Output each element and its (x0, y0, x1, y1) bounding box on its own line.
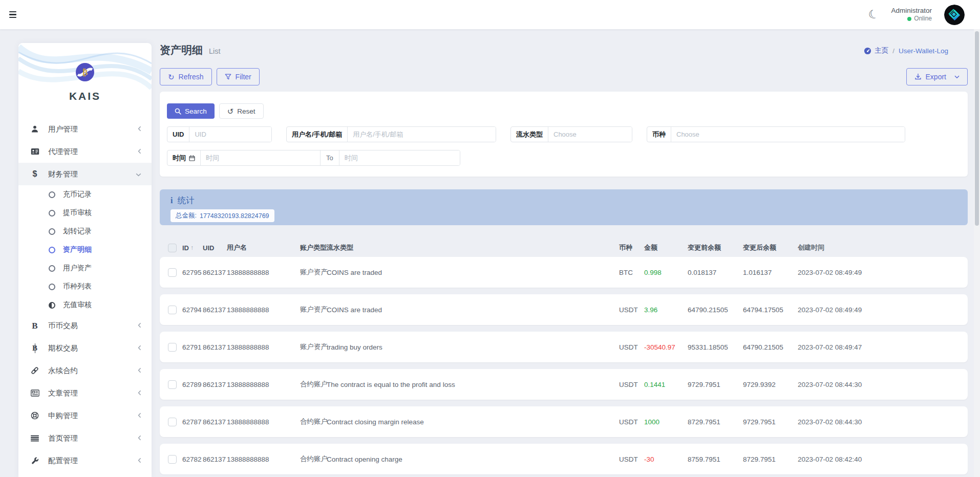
brand-logo[interactable]: ₿ KAIS (18, 43, 152, 102)
cell-balance-before: 95331.18505 (688, 343, 743, 351)
cell-flow-type: trading buy orders (327, 343, 619, 351)
sidebar-item-label: 财务管理 (48, 169, 136, 179)
sidebar-subitem-label: 用户资产 (63, 264, 92, 273)
sidebar-subitem-label: 充币记录 (63, 190, 92, 199)
sidebar-item-7[interactable]: 文章管理 (18, 382, 152, 404)
cell-account-type: 合约账户 (300, 417, 327, 426)
cell-balance-after: 1.016137 (743, 269, 798, 276)
cell-uid: 862137 (203, 343, 227, 351)
time-to-input[interactable] (339, 150, 460, 165)
top-navbar: ☾ Administrator Online (0, 0, 980, 29)
online-status-dot (907, 17, 911, 21)
chevron-left-icon (138, 345, 141, 351)
refresh-button[interactable]: ↻ Refresh (160, 68, 212, 85)
scrollbar-thumb[interactable] (975, 31, 979, 226)
uid-input[interactable] (189, 127, 271, 142)
sidebar-subitem-label: 充值审核 (63, 300, 92, 310)
row-checkbox[interactable] (168, 380, 177, 389)
column-id[interactable]: ID↑ (182, 244, 203, 252)
user-menu[interactable]: Administrator Online (891, 7, 932, 23)
cell-flow-type: The contract is equal to the profit and … (327, 381, 619, 388)
sidebar-subitem-7[interactable]: 充值审核 (18, 296, 152, 314)
sidebar-subitem-6[interactable]: 币种列表 (18, 277, 152, 296)
sidebar-item-10[interactable]: 配置管理 (18, 449, 152, 472)
cell-id: 62794 (182, 306, 203, 314)
column-username: 用户名 (227, 243, 300, 252)
dollar-icon: $ (33, 170, 37, 178)
sidebar-item-label: 永续合约 (48, 366, 138, 376)
cell-flow-type: Contract opening charge (327, 456, 619, 463)
sidebar-subitem-2[interactable]: 提币审核 (18, 204, 152, 222)
sidebar-subitem-3[interactable]: 划转记录 (18, 222, 152, 241)
dark-mode-toggle[interactable]: ☾ (867, 7, 881, 21)
cell-account-type: 合约账户 (300, 380, 327, 389)
cell-amount: 1000 (644, 418, 688, 426)
cell-created-at: 2023-07-02 08:44:30 (798, 381, 968, 388)
cell-coin: USDT (619, 418, 644, 426)
table-header: ID↑ UID 用户名 账户类型 流水类型 币种 金额 变更前余额 变更后余额 … (160, 238, 968, 257)
row-checkbox[interactable] (168, 455, 177, 464)
export-button[interactable]: Export (906, 68, 968, 85)
stats-title: 统计 (177, 195, 194, 206)
chevron-left-icon (138, 458, 141, 463)
sidebar-subitem-4[interactable]: 资产明细 (18, 241, 152, 259)
sidebar-item-9[interactable]: 首页管理 (18, 427, 152, 449)
row-checkbox[interactable] (168, 268, 177, 277)
sidebar-item-3[interactable]: $财务管理 (18, 163, 152, 185)
breadcrumb-current[interactable]: User-Wallet-Log (899, 47, 948, 55)
cell-id: 62787 (182, 418, 203, 426)
chevron-left-icon (138, 322, 141, 328)
filter-fields-row: UID用户名/手机/邮箱流水类型币种 (167, 126, 968, 142)
sidebar-item-5[interactable]: B期权交易 (18, 337, 152, 359)
sidebar-item-4[interactable]: B币币交易 (18, 314, 152, 337)
wrench-icon (31, 457, 39, 465)
filter-button[interactable]: Filter (217, 68, 260, 85)
username-phone-email-input[interactable] (348, 127, 496, 142)
svg-text:₿: ₿ (82, 68, 88, 77)
reset-button[interactable]: ↺ Reset (219, 103, 264, 119)
cell-username: 13888888888 (227, 456, 300, 463)
sidebar-subitem-1[interactable]: 充币记录 (18, 185, 152, 204)
breadcrumb-home-link[interactable]: 主页 (864, 46, 888, 55)
info-icon: i (171, 196, 173, 205)
cell-uid: 862137 (203, 269, 227, 276)
filter-panel: Search ↺ Reset UID用户名/手机/邮箱流水类型币种 时间 (160, 92, 968, 177)
column-balance-before: 变更前余额 (688, 243, 743, 252)
coin-label: 币种 (647, 127, 671, 142)
circle-icon (49, 210, 55, 216)
sidebar-item-2[interactable]: 代理管理 (18, 140, 152, 163)
table-row: 6279186213713888888888账户资产trading buy or… (160, 332, 968, 362)
avatar[interactable] (944, 5, 965, 25)
vertical-scrollbar[interactable] (974, 29, 980, 477)
coin-input[interactable] (671, 127, 905, 142)
row-checkbox[interactable] (168, 306, 177, 314)
cell-amount: -30540.97 (644, 343, 688, 351)
cell-flow-type: COINS are traded (327, 306, 619, 314)
select-all-checkbox[interactable] (168, 244, 177, 252)
brand-logo-icon: ₿ (75, 62, 95, 82)
sidebar-subitem-5[interactable]: 用户资产 (18, 259, 152, 277)
row-checkbox[interactable] (168, 418, 177, 426)
flow-type-input[interactable] (548, 127, 632, 142)
cell-balance-before: 0.018137 (688, 269, 743, 276)
search-button[interactable]: Search (167, 103, 215, 119)
undo-icon: ↺ (227, 107, 234, 115)
cell-uid: 862137 (203, 418, 227, 426)
sidebar-item-6[interactable]: 永续合约 (18, 359, 152, 382)
cell-account-type: 账户资产 (300, 268, 327, 277)
sidebar-item-8[interactable]: 申购管理 (18, 404, 152, 427)
cell-balance-after: 64790.21505 (743, 343, 798, 351)
menu-toggle-button[interactable] (9, 10, 20, 19)
sidebar-item-1[interactable]: 用户管理 (18, 118, 152, 140)
row-checkbox[interactable] (168, 343, 177, 352)
chevron-down-icon (136, 173, 141, 177)
sidebar-subitem-label: 提币审核 (63, 208, 92, 218)
bars-icon (31, 435, 39, 442)
table-row: 6279586213713888888888账户资产COINS are trad… (160, 257, 968, 288)
chevron-left-icon (138, 435, 141, 441)
cell-account-type: 账户资产 (300, 305, 327, 314)
cell-balance-before: 8759.7951 (688, 456, 743, 463)
uid-field-group: UID (167, 126, 272, 142)
sidebar-item-label: 申购管理 (48, 411, 138, 421)
time-from-input[interactable] (201, 150, 320, 165)
